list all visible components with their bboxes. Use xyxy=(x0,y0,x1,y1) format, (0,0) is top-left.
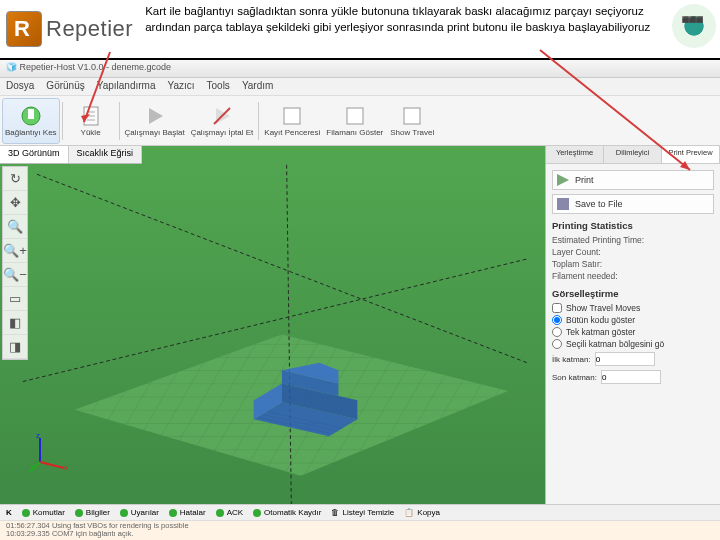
sb-autoscroll[interactable]: Otomatik Kaydır xyxy=(253,508,321,517)
sb-error[interactable]: Hatalar xyxy=(169,508,206,517)
svg-text:y: y xyxy=(30,461,34,470)
svg-rect-14 xyxy=(347,108,363,124)
log-icon xyxy=(281,105,303,127)
viewport-tabs: 3D Görünüm Sıcaklık Eğrisi xyxy=(0,146,142,164)
show-travel-button[interactable]: Show Travel xyxy=(386,98,438,144)
menu-view[interactable]: Görünüş xyxy=(46,80,84,93)
tab-3d-view[interactable]: 3D Görünüm xyxy=(0,146,69,163)
opt-layer-range[interactable]: Seçili katman bölgesini gö xyxy=(552,338,714,350)
menu-printer[interactable]: Yazıcı xyxy=(167,80,194,93)
print-button[interactable]: Print xyxy=(552,170,714,190)
stat-time: Estimated Printing Time: xyxy=(552,234,714,246)
viewport-toolbar: ↻ ✥ 🔍 🔍+ 🔍− ▭ ◧ ◨ xyxy=(2,166,28,360)
sb-copy[interactable]: 📋Kopya xyxy=(404,508,440,517)
logo-text: Repetier xyxy=(46,16,133,42)
logo-cube-icon xyxy=(6,11,42,47)
tab-slicer[interactable]: Dilimleyici xyxy=(604,146,662,163)
fit-tool[interactable]: ▭ xyxy=(3,287,27,311)
opt-single-layer[interactable]: Tek katman göster xyxy=(552,326,714,338)
load-button[interactable]: Yükle xyxy=(65,98,117,144)
persp-tool[interactable]: ◧ xyxy=(3,311,27,335)
log-toggle-button[interactable]: Kayıt Penceresi xyxy=(261,98,323,144)
iso-tool[interactable]: ◨ xyxy=(3,335,27,359)
status-k: K xyxy=(6,508,12,517)
stats-heading: Printing Statistics xyxy=(552,220,714,231)
last-layer-field: Son katman: xyxy=(552,368,714,386)
repetier-logo: Repetier xyxy=(0,0,139,58)
kill-job-button[interactable]: Çalışmayı İptal Et xyxy=(188,98,257,144)
connect-button[interactable]: Bağlantıyı Kes xyxy=(2,98,60,144)
log-area: 01:56:27.304 Using fast VBOs for renderi… xyxy=(0,521,720,540)
plug-icon xyxy=(20,105,42,127)
zoom-tool[interactable]: 🔍 xyxy=(3,215,27,239)
start-job-button[interactable]: Çalışmayı Başlat xyxy=(122,98,188,144)
save-to-file-button[interactable]: Save to File xyxy=(552,194,714,214)
play-icon xyxy=(144,105,166,127)
sb-info[interactable]: Bilgiler xyxy=(75,508,110,517)
sb-ack[interactable]: ACK xyxy=(216,508,243,517)
svg-rect-15 xyxy=(404,108,420,124)
tab-temp-curve[interactable]: Sıcaklık Eğrisi xyxy=(69,146,143,163)
svg-text:z: z xyxy=(36,432,40,440)
statusbar: K Komutlar Bilgiler Uyarılar Hatalar ACK… xyxy=(0,504,720,540)
show-filament-button[interactable]: Filamanı Göster xyxy=(323,98,386,144)
stat-layers: Layer Count: xyxy=(552,246,714,258)
last-layer-input[interactable] xyxy=(601,370,661,384)
3d-viewport[interactable]: zxy xyxy=(0,146,545,504)
first-layer-field: İlk katman: xyxy=(552,350,714,368)
build-plate-render xyxy=(0,146,545,504)
tab-placement[interactable]: Yerleştirme xyxy=(546,146,604,163)
zoom-out-tool[interactable]: 🔍− xyxy=(3,263,27,287)
menu-file[interactable]: Dosya xyxy=(6,80,34,93)
instruction-text: Kart ile bağlantıyı sağladıktan sonra yü… xyxy=(139,0,668,58)
tab-print-preview[interactable]: Print Preview xyxy=(662,146,720,163)
menu-tools[interactable]: Tools xyxy=(207,80,230,93)
sb-commands[interactable]: Komutlar xyxy=(22,508,65,517)
right-panel: Yerleştirme Dilimleyici Print Preview Pr… xyxy=(545,146,720,504)
svg-text:x: x xyxy=(64,463,68,472)
travel-icon xyxy=(401,105,423,127)
main-toolbar: Bağlantıyı Kes Yükle Çalışmayı Başlat Ça… xyxy=(0,96,720,146)
school-crest-icon xyxy=(672,4,716,48)
stat-lines: Toplam Satır: xyxy=(552,258,714,270)
svg-rect-5 xyxy=(28,109,34,119)
stop-icon xyxy=(211,105,233,127)
svg-line-31 xyxy=(40,462,64,468)
svg-marker-10 xyxy=(149,108,163,124)
copy-icon: 📋 xyxy=(404,508,414,517)
trash-icon: 🗑 xyxy=(331,508,339,517)
menubar[interactable]: Dosya Görünüş Yapılandırma Yazıcı Tools … xyxy=(0,78,720,96)
document-icon xyxy=(80,105,102,127)
axes-gizmo: zxy xyxy=(30,432,70,474)
zoom-in-tool[interactable]: 🔍+ xyxy=(3,239,27,263)
save-icon xyxy=(557,198,569,210)
menu-config[interactable]: Yapılandırma xyxy=(97,80,156,93)
viz-heading: Görselleştirme xyxy=(552,288,714,299)
rotate-tool[interactable]: ↻ xyxy=(3,167,27,191)
menu-help[interactable]: Yardım xyxy=(242,80,274,93)
move-tool[interactable]: ✥ xyxy=(3,191,27,215)
first-layer-input[interactable] xyxy=(595,352,655,366)
window-title: Repetier-Host V1.0.0 - deneme.gcode xyxy=(20,62,172,72)
play-icon xyxy=(557,174,569,186)
app-window: 🧊 Repetier-Host V1.0.0 - deneme.gcode Do… xyxy=(0,60,720,540)
stat-filament: Filament needed: xyxy=(552,270,714,282)
sb-warn[interactable]: Uyarılar xyxy=(120,508,159,517)
opt-travel-moves[interactable]: Show Travel Moves xyxy=(552,302,714,314)
slide-banner: Repetier Kart ile bağlantıyı sağladıktan… xyxy=(0,0,720,60)
svg-rect-13 xyxy=(284,108,300,124)
sb-clear[interactable]: 🗑Listeyi Temizle xyxy=(331,508,394,517)
log-line: 10:03:29.335 COM7 için bağlantı açık. xyxy=(6,530,714,538)
window-titlebar: 🧊 Repetier-Host V1.0.0 - deneme.gcode xyxy=(0,60,720,78)
opt-show-all[interactable]: Bütün kodu göster xyxy=(552,314,714,326)
filament-icon xyxy=(344,105,366,127)
